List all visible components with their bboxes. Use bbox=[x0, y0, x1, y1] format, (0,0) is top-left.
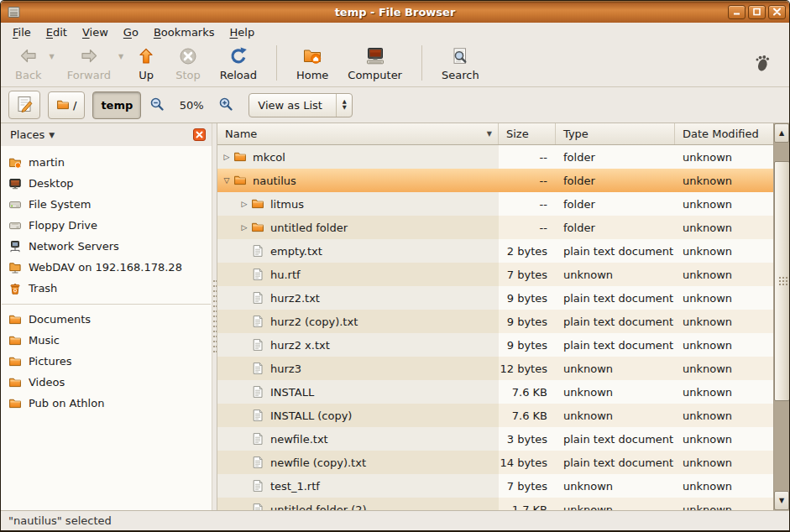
sidebar-item-network-servers[interactable]: Network Servers bbox=[1, 236, 212, 257]
table-row-hurz2-x-txt[interactable]: hurz2 x.txt9 bytesplain text documentunk… bbox=[217, 333, 773, 357]
close-icon bbox=[193, 128, 206, 141]
back-dropdown-arrow-icon[interactable]: ▼ bbox=[50, 53, 55, 60]
scroll-down-button[interactable]: ▼ bbox=[774, 491, 789, 510]
toolbar-button-label: Reload bbox=[220, 69, 257, 81]
expander-collapsed-icon[interactable]: ▷ bbox=[238, 216, 250, 239]
file-date: unknown bbox=[675, 474, 773, 498]
column-header-type[interactable]: Type bbox=[556, 123, 675, 144]
menubar: FileEditViewGoBookmarksHelp bbox=[1, 23, 789, 41]
folder-icon bbox=[56, 98, 70, 112]
document-icon bbox=[250, 291, 270, 305]
scroll-up-button[interactable]: ▲ bbox=[774, 123, 789, 143]
file-type: unknown bbox=[556, 380, 675, 404]
arrow-down-icon: ▼ bbox=[779, 497, 784, 504]
column-header-size[interactable]: Size bbox=[499, 123, 556, 144]
table-row-nautilus[interactable]: ▽nautilus--folderunknown bbox=[217, 169, 773, 192]
table-row-hurz2-copy-txt[interactable]: hurz2 (copy).txt9 bytesplain text docume… bbox=[217, 310, 773, 333]
sidebar-item-webdav-on-192-168-178-28[interactable]: WebDAV on 192.168.178.28 bbox=[1, 257, 212, 278]
file-type: plain text document bbox=[556, 239, 675, 263]
sidebar-item-file-system[interactable]: File System bbox=[1, 194, 212, 215]
path-button-[interactable]: / bbox=[48, 91, 85, 119]
menu-view[interactable]: View bbox=[75, 24, 116, 40]
file-name: hurz2 x.txt bbox=[270, 339, 330, 352]
zoom-in-icon bbox=[218, 96, 233, 114]
up-button[interactable]: Up bbox=[128, 44, 164, 83]
sidebar-item-label: Documents bbox=[29, 313, 91, 326]
menu-go[interactable]: Go bbox=[116, 24, 146, 40]
table-row-litmus[interactable]: ▷litmus--folderunknown bbox=[217, 192, 773, 216]
table-row-mkcol[interactable]: ▷mkcol--folderunknown bbox=[217, 145, 773, 169]
table-row-test-1-rtf[interactable]: test_1.rtf7 bytesunknownunknown bbox=[217, 474, 773, 498]
computer-button[interactable]: Computer bbox=[340, 44, 410, 83]
maximize-button[interactable] bbox=[748, 5, 766, 19]
sidebar-item-desktop[interactable]: Desktop bbox=[1, 173, 212, 194]
path-button-temp[interactable]: temp bbox=[92, 91, 141, 119]
table-row-hurz2-txt[interactable]: hurz2.txt9 bytesplain text documentunkno… bbox=[217, 286, 773, 310]
floppy-icon bbox=[8, 219, 22, 232]
table-row-hurz3[interactable]: hurz312 bytesunknownunknown bbox=[217, 357, 773, 380]
location-bar: /temp 50% View as List ▲▼ bbox=[1, 87, 789, 123]
sidebar-item-martin[interactable]: martin bbox=[1, 152, 212, 173]
menu-bookmarks[interactable]: Bookmarks bbox=[146, 24, 222, 40]
home-button[interactable]: Home bbox=[289, 44, 336, 83]
zoom-out-button[interactable] bbox=[149, 96, 165, 113]
minimize-button[interactable] bbox=[728, 5, 746, 19]
search-button[interactable]: Search bbox=[434, 44, 487, 83]
close-button[interactable] bbox=[768, 5, 786, 19]
file-type: unknown bbox=[556, 357, 675, 380]
table-row-install-copy[interactable]: INSTALL (copy)7.6 KBunknownunknown bbox=[217, 404, 773, 427]
sidebar-item-floppy-drive[interactable]: Floppy Drive bbox=[1, 215, 212, 236]
sidebar-item-documents[interactable]: Documents bbox=[1, 309, 212, 330]
menu-help[interactable]: Help bbox=[222, 24, 263, 40]
sidebar-separator bbox=[2, 304, 211, 305]
file-size: 9 bytes bbox=[499, 310, 556, 333]
menu-file[interactable]: File bbox=[5, 24, 39, 40]
file-name: untitled folder bbox=[270, 222, 348, 234]
spinner-arrows-icon: ▲▼ bbox=[336, 94, 352, 117]
document-icon bbox=[250, 385, 270, 399]
expander-expanded-icon[interactable]: ▽ bbox=[221, 169, 233, 192]
stop-button[interactable]: Stop bbox=[168, 44, 208, 83]
zoom-out-icon bbox=[149, 96, 165, 114]
titlebar[interactable]: temp - File Browser bbox=[1, 1, 789, 23]
table-row-hu-rtf[interactable]: hu.rtf7 bytesunknownunknown bbox=[217, 263, 773, 286]
zoom-in-button[interactable] bbox=[217, 96, 234, 113]
sidebar-item-trash[interactable]: Trash bbox=[1, 278, 212, 299]
sidebar-item-videos[interactable]: Videos bbox=[1, 372, 212, 393]
reload-button[interactable]: Reload bbox=[212, 44, 264, 83]
table-row-untitled-folder-2[interactable]: untitled folder (2)1.7 KBunknownunknown bbox=[217, 498, 773, 510]
maximize-icon bbox=[752, 8, 761, 16]
file-name: INSTALL bbox=[270, 386, 314, 399]
file-size: -- bbox=[499, 192, 556, 216]
file-name: nautilus bbox=[253, 175, 296, 187]
back-button[interactable]: Back bbox=[8, 44, 50, 83]
forward-dropdown-arrow-icon[interactable]: ▼ bbox=[118, 53, 123, 60]
table-row-newfile-copy-txt[interactable]: newfile (copy).txt14 bytesplain text doc… bbox=[217, 451, 773, 474]
table-row-empty-txt[interactable]: empty.txt2 bytesplain text documentunkno… bbox=[217, 239, 773, 263]
stop-icon bbox=[178, 46, 198, 66]
table-row-install[interactable]: INSTALL7.6 KBunknownunknown bbox=[217, 380, 773, 404]
column-header-name[interactable]: Name ▼ bbox=[217, 123, 499, 144]
scrollbar-thumb[interactable] bbox=[774, 161, 790, 401]
vertical-scrollbar[interactable]: ▲ ▼ bbox=[773, 123, 789, 510]
places-selector[interactable]: Places bbox=[10, 128, 44, 141]
expander-collapsed-icon[interactable]: ▷ bbox=[238, 192, 250, 216]
places-list: martinDesktopFile SystemFloppy DriveNetw… bbox=[1, 146, 212, 510]
sidebar-item-pub-on-athlon[interactable]: Pub on Athlon bbox=[1, 393, 212, 414]
edit-location-button[interactable] bbox=[8, 91, 40, 119]
menu-edit[interactable]: Edit bbox=[39, 24, 75, 40]
table-row-newfile-txt[interactable]: newfile.txt3 bytesplain text documentunk… bbox=[217, 427, 773, 451]
file-name: hu.rtf bbox=[270, 269, 301, 281]
forward-button[interactable]: Forward bbox=[60, 44, 118, 83]
table-row-untitled-folder[interactable]: ▷untitled folder--folderunknown bbox=[217, 216, 773, 239]
sidebar-item-music[interactable]: Music bbox=[1, 330, 212, 351]
column-header-date-modified[interactable]: Date Modified bbox=[675, 123, 773, 144]
document-icon bbox=[250, 409, 270, 422]
expander-collapsed-icon[interactable]: ▷ bbox=[221, 145, 233, 169]
sidebar-item-pictures[interactable]: Pictures bbox=[1, 351, 212, 372]
thumb-grip-icon bbox=[779, 277, 781, 279]
folder-icon bbox=[250, 221, 270, 234]
close-sidebar-button[interactable] bbox=[193, 128, 206, 141]
view-mode-select[interactable]: View as List ▲▼ bbox=[249, 93, 353, 117]
window-title: temp - File Browser bbox=[1, 6, 789, 18]
